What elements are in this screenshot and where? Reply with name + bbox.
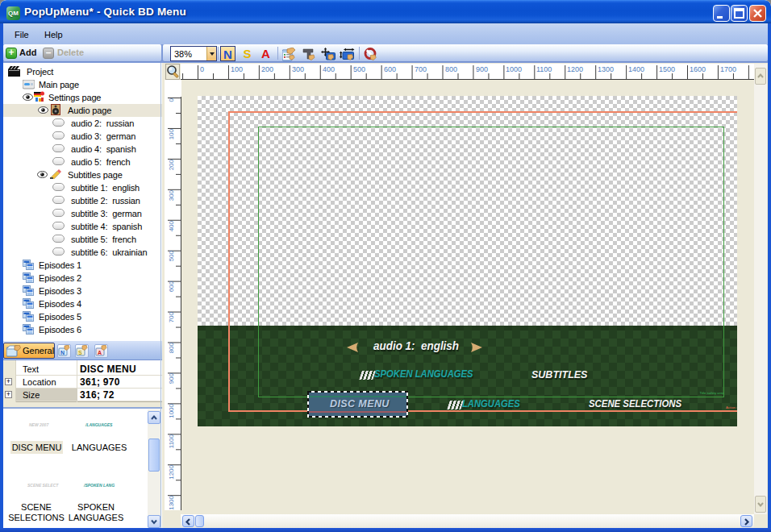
svg-text:N: N [60, 350, 65, 355]
svg-text:S: S [78, 350, 82, 355]
svg-text:A: A [98, 350, 102, 355]
